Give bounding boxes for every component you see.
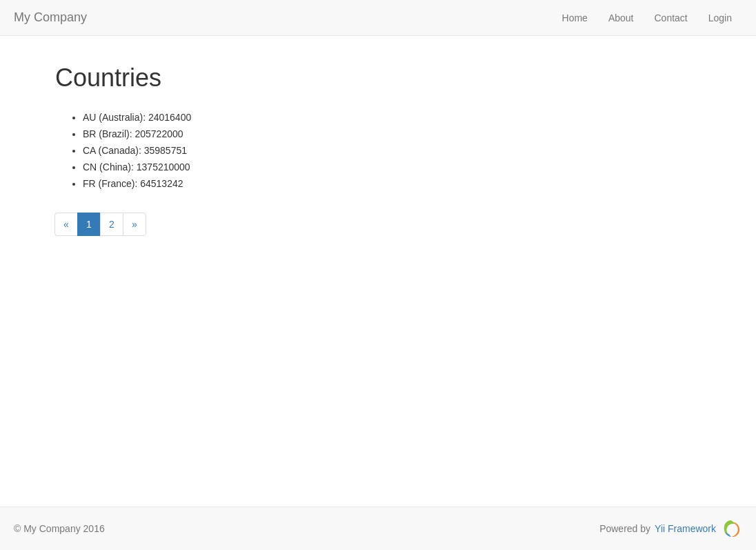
footer: © My Company 2016 Powered by Yii Framewo…	[0, 507, 756, 550]
yii-framework-link[interactable]: Yii Framework	[655, 523, 716, 534]
main-content: Countries AU (Australia): 24016400 BR (B…	[0, 36, 756, 507]
list-item: CN (China): 1375210000	[83, 159, 701, 175]
list-item: BR (Brazil): 205722000	[83, 126, 701, 142]
navbar-brand[interactable]: My Company	[14, 10, 87, 25]
pagination-active-label: 1	[77, 213, 101, 236]
pagination: « 1 2 »	[55, 213, 701, 236]
nav-link-contact[interactable]: Contact	[644, 2, 697, 34]
list-item: FR (France): 64513242	[83, 175, 701, 192]
nav-item-login: Login	[698, 2, 742, 34]
pagination-prev-link[interactable]: «	[54, 213, 78, 236]
pagination-prev: «	[55, 213, 78, 236]
pagination-page-2-link[interactable]: 2	[100, 213, 123, 236]
list-item: AU (Australia): 24016400	[83, 109, 701, 126]
yii-logo-icon	[720, 518, 742, 540]
country-list: AU (Australia): 24016400 BR (Brazil): 20…	[55, 109, 701, 192]
pagination-next-link[interactable]: »	[123, 213, 146, 236]
powered-by-text: Powered by	[599, 523, 650, 534]
nav-link-about[interactable]: About	[598, 2, 644, 34]
nav-item-contact: Contact	[644, 2, 697, 34]
nav-link-home[interactable]: Home	[552, 2, 598, 34]
nav-item-home: Home	[552, 2, 598, 34]
pagination-next: »	[123, 213, 146, 236]
pagination-page-1: 1	[78, 213, 101, 236]
navbar-nav: Home About Contact Login	[552, 2, 742, 34]
footer-copyright: © My Company 2016	[14, 523, 105, 534]
nav-link-login[interactable]: Login	[698, 2, 742, 34]
page-title: Countries	[55, 63, 701, 92]
nav-item-about: About	[598, 2, 644, 34]
navbar: My Company Home About Contact Login	[0, 0, 756, 36]
list-item: CA (Canada): 35985751	[83, 142, 701, 159]
pagination-page-2: 2	[101, 213, 123, 236]
footer-right: Powered by Yii Framework	[599, 518, 742, 540]
